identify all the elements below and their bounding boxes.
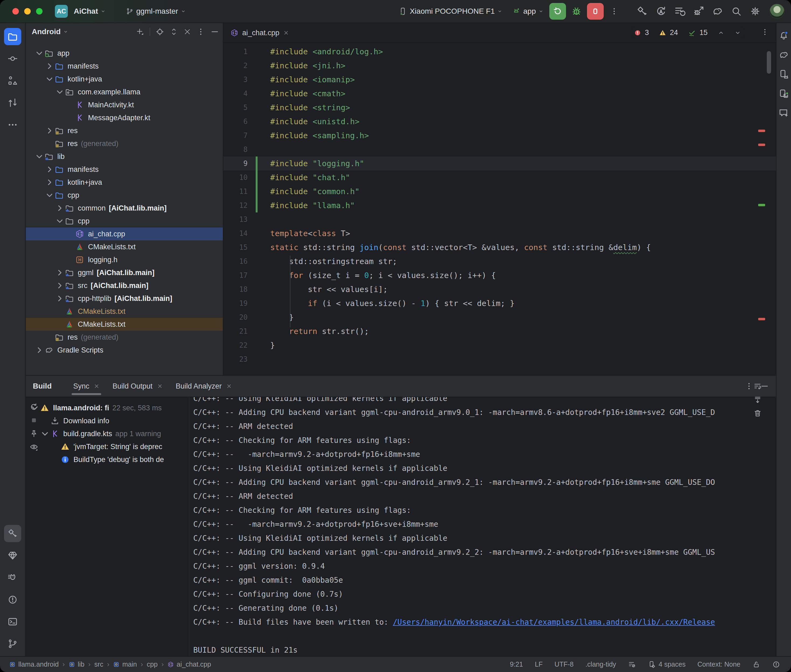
tab-sync[interactable]: Sync <box>67 376 106 397</box>
stop-app-button[interactable] <box>587 3 604 20</box>
tree-row[interactable]: cpp-httplib[AiChat.lib.main] <box>26 292 223 305</box>
code-line[interactable]: 4#include <cmath> <box>223 86 776 101</box>
build-tree-row[interactable]: BuildType 'debug' is both de <box>26 453 189 466</box>
caret-position[interactable]: 9:21 <box>510 661 523 668</box>
inspections-widget[interactable]: 3 24 15 <box>631 27 744 38</box>
debug-app-button[interactable] <box>568 3 585 20</box>
tab-build-analyzer[interactable]: Build Analyzer <box>169 376 239 397</box>
tree-chevron-icon[interactable] <box>55 216 65 226</box>
code-line[interactable]: 8 <box>223 142 776 157</box>
soft-wrap-icon[interactable] <box>753 382 762 391</box>
tree-row[interactable]: manifests <box>26 60 223 73</box>
panel-options-icon[interactable] <box>196 27 205 36</box>
device-selector[interactable]: Xiaomi POCOPHONE F1 <box>395 4 506 18</box>
expand-all-icon[interactable] <box>170 27 178 36</box>
code-line[interactable]: 14template<class T> <box>223 226 776 240</box>
project-view-selector[interactable]: Android <box>32 27 68 36</box>
sidebar-item-commit[interactable] <box>4 50 21 67</box>
collapse-all-icon[interactable] <box>184 28 191 35</box>
sync-apply-changes-button[interactable] <box>653 3 669 20</box>
tree-chevron-icon[interactable] <box>55 293 65 304</box>
minimize-window-button[interactable] <box>24 8 30 14</box>
rerun-app-button[interactable] <box>549 3 566 20</box>
code-line[interactable]: 23 <box>223 352 776 366</box>
error-stripe-mark[interactable] <box>758 318 765 320</box>
apply-changes-restart-button[interactable] <box>672 3 688 20</box>
avatar[interactable] <box>770 4 785 19</box>
tree-row[interactable]: lib <box>26 150 223 163</box>
zoom-window-button[interactable] <box>36 8 43 14</box>
tree-chevron-icon[interactable] <box>55 267 65 278</box>
tree-chevron-icon[interactable] <box>44 190 55 200</box>
tree-row[interactable]: app <box>26 47 223 60</box>
tree-row[interactable]: src[AiChat.lib.main] <box>26 279 223 292</box>
gradle-sync-button[interactable] <box>709 3 726 20</box>
sidebar-item-version-control[interactable] <box>4 635 21 652</box>
code-line[interactable]: 5#include <string> <box>223 101 776 115</box>
tree-chevron-icon[interactable] <box>44 74 55 84</box>
event-log-icon[interactable] <box>772 661 780 669</box>
code-line[interactable]: 21 return str.str(); <box>223 324 776 338</box>
search-everywhere-button[interactable] <box>728 3 745 20</box>
breadcrumb-item[interactable]: llama.android <box>9 661 59 668</box>
tree-row[interactable]: MessageAdapter.kt <box>26 111 223 124</box>
breadcrumb-item[interactable]: Cai_chat.cpp <box>167 661 211 668</box>
file-encoding[interactable]: UTF-8 <box>554 661 574 668</box>
tree-chevron-icon[interactable] <box>34 345 44 355</box>
code-line[interactable]: 12#include "llama.h" <box>223 198 776 213</box>
tree-row[interactable]: kotlin+java <box>26 176 223 189</box>
code-line[interactable]: 18 str << values[i]; <box>223 282 776 296</box>
tree-row[interactable]: Hlogging.h <box>26 253 223 266</box>
error-stripe-mark[interactable] <box>758 130 765 132</box>
editor-options-icon[interactable] <box>761 28 769 36</box>
tree-chevron-icon[interactable] <box>55 203 65 213</box>
tree-row[interactable]: res(generated) <box>26 137 223 150</box>
code-line[interactable]: 15static std::string join(const std::vec… <box>223 240 776 254</box>
notifications-bell-icon[interactable] <box>778 30 789 41</box>
settings-button[interactable] <box>747 3 764 20</box>
code-line[interactable]: 7#include <sampling.h> <box>223 128 776 142</box>
code-line[interactable]: 9#include "logging.h" <box>223 157 776 171</box>
breadcrumb-item[interactable]: lib <box>69 661 85 668</box>
close-window-button[interactable] <box>12 8 19 14</box>
gemini-chat-icon[interactable] <box>778 107 789 118</box>
tree-row[interactable]: manifests <box>26 163 223 176</box>
sidebar-item-project[interactable] <box>4 28 21 45</box>
panel-options-icon[interactable] <box>745 382 753 390</box>
code-line[interactable]: 11#include "common.h" <box>223 184 776 198</box>
code-line[interactable]: 20 } <box>223 310 776 324</box>
gradle-elephant-icon[interactable] <box>778 50 789 60</box>
clang-tidy-profile[interactable]: .clang-tidy <box>586 661 616 668</box>
tree-chevron-icon[interactable] <box>34 48 44 58</box>
tree-row[interactable]: kotlin+java <box>26 73 223 85</box>
tree-chevron-icon[interactable] <box>40 428 50 439</box>
close-icon[interactable] <box>226 383 232 389</box>
build-tree-row[interactable]: Download info <box>26 414 189 427</box>
lock-icon[interactable] <box>752 661 761 669</box>
apply-code-changes-button[interactable] <box>690 3 707 20</box>
sidebar-item-pull-requests[interactable] <box>4 94 21 111</box>
tree-row[interactable]: cpp <box>26 189 223 202</box>
tree-chevron-icon[interactable] <box>44 61 55 71</box>
tree-chevron-icon[interactable] <box>34 151 44 162</box>
sidebar-item-structure[interactable] <box>4 72 21 89</box>
code-line[interactable]: 22} <box>223 338 776 352</box>
tree-row[interactable]: CMakeLists.txt <box>26 240 223 253</box>
device-manager-icon[interactable] <box>778 69 789 80</box>
change-stripe-mark[interactable] <box>758 204 765 206</box>
scroll-to-end-icon[interactable] <box>753 395 762 404</box>
code-line[interactable]: 6#include <unistd.h> <box>223 115 776 128</box>
tab-build-output[interactable]: Build Output <box>106 376 169 397</box>
clear-console-icon[interactable] <box>753 409 762 418</box>
tree-chevron-icon[interactable] <box>55 87 65 97</box>
tree-row[interactable]: CMakeLists.txt <box>26 305 223 318</box>
sidebar-item-app-quality-insights[interactable] <box>4 547 21 564</box>
code-line[interactable]: 10#include "chat.h" <box>223 171 776 184</box>
tree-chevron-icon[interactable] <box>29 403 40 413</box>
code-line[interactable]: 19 if (i < values.size() - 1) { str << d… <box>223 296 776 310</box>
build-tree-row[interactable]: llama.android: fi22 sec, 583 ms <box>26 402 189 414</box>
breadcrumb-item[interactable]: src <box>94 661 103 668</box>
branch-selector[interactable]: ggml-master <box>122 4 189 18</box>
add-icon[interactable] <box>136 27 144 36</box>
breadcrumb-item[interactable]: cpp <box>147 661 157 668</box>
